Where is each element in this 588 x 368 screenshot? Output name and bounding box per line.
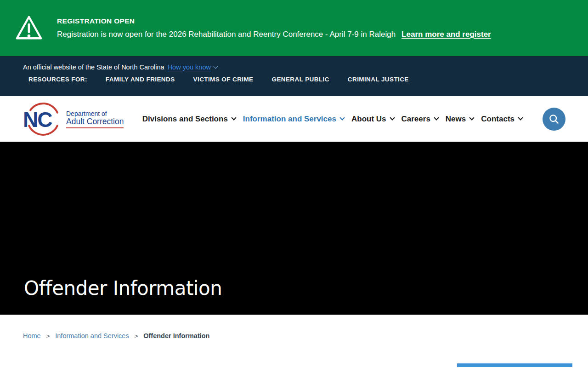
page: REGISTRATION OPEN Registration is now op… xyxy=(0,0,588,368)
resources-for-label: RESOURCES FOR: xyxy=(28,76,87,83)
alert-title: REGISTRATION OPEN xyxy=(57,17,491,25)
utility-link-family-and-friends[interactable]: FAMILY AND FRIENDS xyxy=(106,76,175,83)
nc-logo-mark: NC xyxy=(23,101,63,137)
chevron-down-icon xyxy=(213,64,218,69)
chevron-down-icon xyxy=(339,115,345,120)
chevron-down-icon xyxy=(434,115,439,120)
utility-link-criminal-justice[interactable]: CRIMINAL JUSTICE xyxy=(348,76,409,83)
site-header: NC Department of Adult Correction Divisi… xyxy=(0,96,588,142)
chevron-down-icon xyxy=(469,115,475,120)
search-icon xyxy=(548,113,560,125)
chevron-down-icon xyxy=(390,115,395,120)
breadcrumb-current: Offender Information xyxy=(143,332,209,339)
nav-label: Information and Services xyxy=(243,115,336,124)
utility-link-victims-of-crime[interactable]: VICTIMS OF CRIME xyxy=(193,76,254,83)
how-you-know-link[interactable]: How you know xyxy=(168,63,211,71)
breadcrumb: Home > Information and Services > Offend… xyxy=(0,315,588,339)
nav-news[interactable]: News xyxy=(446,115,474,124)
nav-information-and-services[interactable]: Information and Services xyxy=(243,115,344,124)
card-top-accent-bar xyxy=(457,363,572,367)
alert-text: REGISTRATION OPEN Registration is now op… xyxy=(57,17,491,39)
chevron-down-icon xyxy=(518,115,523,120)
nav-label: Careers xyxy=(401,115,430,124)
nav-label: News xyxy=(446,115,466,124)
nav-label: About Us xyxy=(351,115,386,124)
nc-dac-logo[interactable]: NC Department of Adult Correction xyxy=(23,101,124,137)
main-nav: Divisions and Sections Information and S… xyxy=(142,115,522,124)
search-button[interactable] xyxy=(543,108,565,131)
breadcrumb-separator: > xyxy=(46,333,50,339)
alert-message: Registration is now open for the 2026 Re… xyxy=(57,30,396,39)
utility-bar: An official website of the State of Nort… xyxy=(0,56,588,96)
nc-logo-acronym: NC xyxy=(23,108,52,132)
warning-triangle-icon xyxy=(15,14,43,42)
breadcrumb-separator: > xyxy=(135,333,138,339)
alert-register-link[interactable]: Learn more and register xyxy=(401,30,491,39)
chevron-down-icon xyxy=(231,115,236,120)
utility-link-general-public[interactable]: GENERAL PUBLIC xyxy=(271,76,329,83)
logo-text: Department of Adult Correction xyxy=(66,110,124,128)
official-website-text: An official website of the State of Nort… xyxy=(23,63,164,71)
nav-careers[interactable]: Careers xyxy=(401,115,438,124)
nav-about-us[interactable]: About Us xyxy=(351,115,394,124)
page-title: Offender Information xyxy=(24,277,222,299)
breadcrumb-home[interactable]: Home xyxy=(23,332,41,339)
nav-label: Contacts xyxy=(481,115,514,124)
breadcrumb-information-and-services[interactable]: Information and Services xyxy=(55,332,129,339)
logo-line1: Department of xyxy=(66,110,124,117)
nav-divisions-and-sections[interactable]: Divisions and Sections xyxy=(142,115,236,124)
alert-banner: REGISTRATION OPEN Registration is now op… xyxy=(0,0,588,56)
logo-line2: Adult Correction xyxy=(66,117,124,126)
hero-banner: Offender Information xyxy=(0,142,588,315)
nav-label: Divisions and Sections xyxy=(142,115,228,124)
nav-contacts[interactable]: Contacts xyxy=(481,115,522,124)
